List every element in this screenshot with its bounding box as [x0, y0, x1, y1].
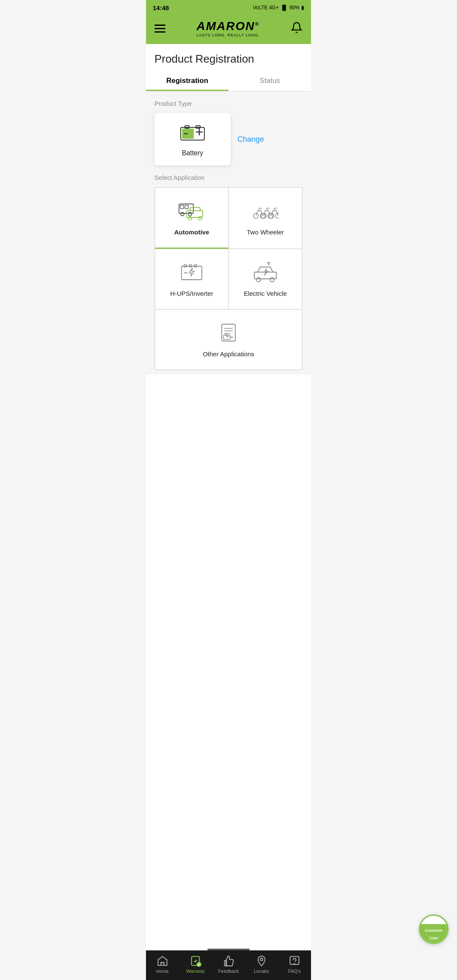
locator-label: Locator [254, 969, 270, 974]
svg-point-27 [256, 278, 261, 282]
nav-item-warranty[interactable]: Warranty [183, 955, 208, 974]
nav-item-home[interactable]: Home [150, 955, 175, 974]
svg-rect-3 [182, 129, 194, 139]
logo-text: AMARON® [196, 19, 260, 33]
other-icon [215, 322, 242, 344]
hamburger-menu[interactable] [154, 25, 165, 33]
battery-product-card[interactable]: Battery [154, 113, 231, 165]
svg-rect-9 [185, 205, 188, 209]
app-header: AMARON® LASTS LONG, REALLY LONG. [146, 15, 311, 44]
app-card-inverter[interactable]: H-UPS/Inverter [155, 249, 228, 309]
home-icon [157, 955, 168, 967]
svg-rect-8 [180, 205, 184, 209]
home-label: Home [156, 969, 168, 974]
inverter-icon [178, 261, 205, 283]
app-card-ev[interactable]: Electric Vehicle [228, 249, 302, 309]
sim-icon: VoLTE 4G+ [253, 5, 278, 11]
ev-label: Electric Vehicle [233, 290, 297, 297]
status-bar: 14:48 VoLTE 4G+ ▐▌ 90% ▮ [146, 0, 311, 15]
svg-rect-23 [184, 264, 187, 267]
svg-point-28 [270, 278, 274, 282]
battery-icon [179, 121, 206, 143]
app-card-automotive[interactable]: Automotive [155, 187, 228, 249]
select-application-section: Select Application Automotive [146, 170, 311, 374]
signal-bars: ▐▌ [281, 5, 288, 11]
product-type-section: Product Type Battery [146, 91, 311, 170]
inverter-label: H-UPS/Inverter [160, 290, 224, 297]
automotive-label: Automotive [160, 228, 224, 236]
locator-icon [256, 955, 267, 967]
app-logo: AMARON® LASTS LONG, REALLY LONG. [196, 19, 260, 37]
warranty-label: Warranty [186, 969, 205, 974]
svg-rect-25 [194, 264, 197, 267]
status-icons: VoLTE 4G+ ▐▌ 90% ▮ [253, 5, 304, 11]
faqs-label: FAQ's [288, 969, 301, 974]
svg-point-46 [260, 958, 263, 961]
tabs-container: Registration Status [146, 71, 311, 91]
app-card-other[interactable]: Other Applications [155, 309, 302, 370]
two-wheeler-icon [252, 200, 279, 222]
nav-item-faqs[interactable]: FAQ's [282, 955, 307, 974]
faqs-icon [289, 955, 300, 967]
svg-rect-24 [189, 264, 192, 267]
nav-item-feedback[interactable]: Feedback [216, 955, 241, 974]
product-type-label: Product Type [154, 100, 303, 107]
product-type-row: Battery Change [154, 113, 303, 165]
logo-tagline: LASTS LONG, REALLY LONG. [196, 33, 260, 37]
tab-status[interactable]: Status [228, 71, 311, 91]
feedback-icon [223, 955, 234, 967]
two-wheeler-label: Two Wheeler [233, 228, 297, 236]
svg-rect-31 [222, 324, 235, 341]
warranty-icon [190, 955, 201, 967]
nav-item-locator[interactable]: Locator [249, 955, 274, 974]
application-grid: Automotive [154, 187, 303, 370]
battery-label: Battery [165, 149, 220, 157]
status-time: 14:48 [153, 4, 169, 11]
page-content: Product Registration Registration Status… [146, 44, 311, 951]
battery-icon: ▮ [301, 5, 304, 11]
automotive-icon [178, 200, 205, 222]
svg-rect-45 [225, 961, 227, 966]
battery-status: 90% [289, 5, 300, 11]
other-label: Other Applications [160, 350, 297, 358]
notification-bell[interactable] [291, 22, 303, 35]
tab-registration[interactable]: Registration [146, 71, 228, 91]
svg-point-48 [294, 963, 295, 964]
app-card-two-wheeler[interactable]: Two Wheeler [228, 187, 302, 249]
select-application-label: Select Application [154, 174, 303, 181]
page-title: Product Registration [146, 44, 311, 66]
bottom-nav: Home Warranty Feedback Locator [146, 950, 311, 980]
change-button[interactable]: Change [237, 135, 264, 144]
feedback-label: Feedback [218, 969, 239, 974]
ev-icon [252, 261, 279, 283]
